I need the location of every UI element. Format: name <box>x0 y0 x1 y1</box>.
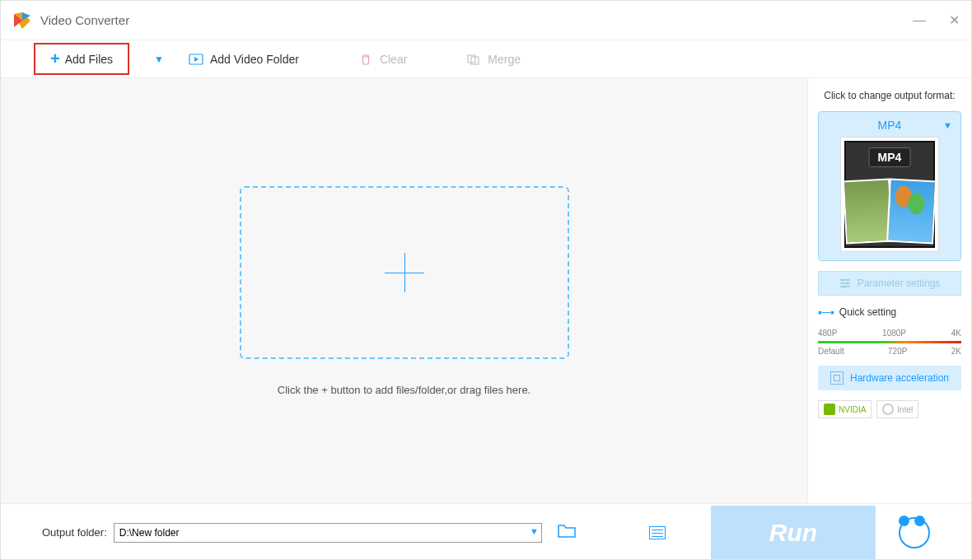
window-controls: — ✕ <box>913 12 960 28</box>
format-badge: MP4 <box>869 147 911 167</box>
canvas-area: Click the + button to add files/folder,o… <box>1 78 808 503</box>
run-label: Run <box>769 519 817 547</box>
folder-video-icon <box>189 52 203 67</box>
quick-setting-label: Quick setting <box>839 306 896 318</box>
merge-icon <box>466 52 481 67</box>
sidebar: Click to change output format: MP4 ▼ MP4… <box>808 78 971 503</box>
output-format-hint: Click to change output format: <box>818 90 961 101</box>
chip-icon <box>830 371 843 385</box>
scale-4k: 4K <box>951 329 961 338</box>
dropzone-plus-icon <box>385 253 424 292</box>
run-button[interactable]: Run <box>711 506 876 560</box>
sliders-icon <box>839 278 851 289</box>
intel-label: Intel <box>897 405 913 414</box>
footer: Output folder: ▼ Run <box>1 503 971 560</box>
svg-point-5 <box>843 286 845 288</box>
svg-point-4 <box>846 282 848 285</box>
format-label: MP4 <box>825 119 954 132</box>
scale-default: Default <box>818 347 844 356</box>
add-files-dropdown-icon[interactable]: ▼ <box>154 54 164 65</box>
add-files-label: Add Files <box>65 53 113 66</box>
nvidia-icon <box>824 404 835 415</box>
gpu-options: NVIDIA Intel <box>818 400 961 418</box>
dropzone-hint: Click the + button to add files/folder,o… <box>278 384 530 396</box>
chevron-down-icon: ▼ <box>943 120 952 130</box>
nvidia-label: NVIDIA <box>839 405 866 414</box>
format-thumbnail: MP4 <box>840 137 939 252</box>
add-files-button[interactable]: + Add Files <box>34 43 129 75</box>
merge-button[interactable]: Merge <box>466 52 521 67</box>
scale-720p: 720P <box>888 347 907 356</box>
parameter-settings-button[interactable]: Parameter settings <box>818 271 961 296</box>
intel-icon <box>882 404 894 415</box>
output-format-selector[interactable]: MP4 ▼ MP4 <box>818 111 961 261</box>
parameter-settings-label: Parameter settings <box>858 278 941 289</box>
quick-setting-header: ▪─▪ Quick setting <box>818 306 961 319</box>
plus-icon: + <box>50 49 60 68</box>
add-folder-label: Add Video Folder <box>210 53 299 66</box>
file-list-icon[interactable] <box>649 526 666 539</box>
trash-icon <box>358 52 373 67</box>
quality-slider[interactable]: 480P 1080P 4K Default 720P 2K <box>818 329 961 356</box>
scale-2k: 2K <box>951 347 961 356</box>
main-area: Click the + button to add files/folder,o… <box>1 78 971 503</box>
toolbar: + Add Files ▼ Add Video Folder Clear Mer… <box>1 40 971 78</box>
close-icon[interactable]: ✕ <box>949 12 960 28</box>
schedule-button[interactable] <box>882 517 930 548</box>
hardware-accel-label: Hardware acceleration <box>850 372 949 384</box>
quick-setting-icon: ▪─▪ <box>818 306 834 319</box>
gpu-nvidia-option[interactable]: NVIDIA <box>818 400 872 418</box>
scale-480p: 480P <box>818 329 837 338</box>
scale-1080p: 1080P <box>882 329 906 338</box>
svg-point-3 <box>841 279 843 282</box>
clear-button[interactable]: Clear <box>358 52 407 67</box>
gpu-intel-option[interactable]: Intel <box>876 400 918 418</box>
output-folder-input[interactable] <box>114 523 542 543</box>
app-logo-icon <box>12 11 32 30</box>
add-video-folder-button[interactable]: Add Video Folder <box>189 52 299 67</box>
dropzone[interactable] <box>240 186 569 359</box>
clock-icon <box>899 517 930 548</box>
output-folder-label: Output folder: <box>42 526 107 539</box>
browse-folder-icon[interactable] <box>557 522 577 544</box>
minimize-icon[interactable]: — <box>913 13 926 28</box>
clear-label: Clear <box>380 53 407 66</box>
titlebar: Video Converter — ✕ <box>1 1 971 40</box>
merge-label: Merge <box>488 53 521 66</box>
app-title: Video Converter <box>40 13 129 27</box>
hardware-acceleration-button[interactable]: Hardware acceleration <box>818 366 961 390</box>
